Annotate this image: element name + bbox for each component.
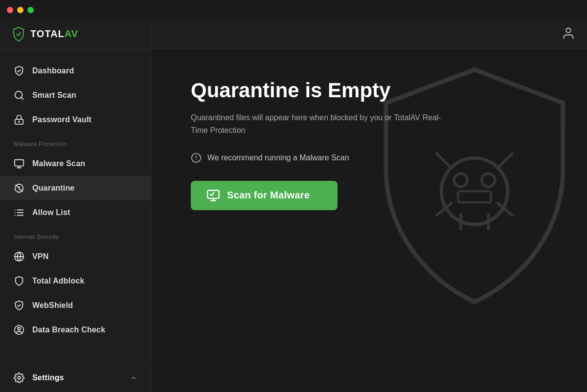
password-vault-label: Password Vault bbox=[32, 115, 91, 124]
main-row: TOTALAV Dashboard bbox=[0, 20, 587, 392]
close-button[interactable] bbox=[7, 7, 13, 13]
right-side: Quarantine is Empty Quarantined files wi… bbox=[152, 20, 587, 392]
settings-icon bbox=[14, 372, 24, 383]
scan-button-label: Scan for Malware bbox=[227, 190, 310, 201]
content-header bbox=[152, 20, 587, 49]
sidebar: TOTALAV Dashboard bbox=[0, 20, 152, 392]
allow-list-label: Allow List bbox=[32, 208, 70, 217]
window-controls bbox=[7, 7, 34, 13]
scan-button-icon bbox=[206, 189, 220, 202]
svg-point-19 bbox=[566, 28, 570, 32]
adblock-label: Total Adblock bbox=[32, 277, 85, 285]
minimize-button[interactable] bbox=[17, 7, 23, 13]
quarantine-label: Quarantine bbox=[32, 184, 74, 193]
data-breach-icon bbox=[14, 325, 24, 335]
sidebar-item-dashboard[interactable]: Dashboard bbox=[0, 59, 151, 83]
sidebar-item-quarantine[interactable]: Quarantine bbox=[0, 176, 151, 200]
sidebar-item-password-vault[interactable]: Password Vault bbox=[0, 108, 151, 132]
svg-point-3 bbox=[19, 121, 20, 122]
sidebar-item-vpn[interactable]: VPN bbox=[0, 244, 151, 269]
quarantine-title: Quarantine is Empty bbox=[191, 78, 548, 103]
smart-scan-icon bbox=[14, 90, 24, 101]
quarantine-icon bbox=[14, 183, 24, 194]
settings-item[interactable]: Settings bbox=[0, 364, 151, 392]
sidebar-item-data-breach[interactable]: Data Breach Check bbox=[0, 318, 151, 342]
maximize-button[interactable] bbox=[27, 7, 34, 13]
malware-scan-icon bbox=[14, 158, 24, 169]
sidebar-item-webshield[interactable]: WebShield bbox=[0, 293, 151, 318]
data-breach-label: Data Breach Check bbox=[32, 326, 105, 334]
svg-point-18 bbox=[18, 376, 21, 379]
malware-protection-section: Malware Protection bbox=[0, 132, 151, 152]
svg-rect-4 bbox=[15, 160, 23, 166]
recommend-text: We recommend running a Malware Scan bbox=[207, 153, 349, 162]
content-body: Quarantine is Empty Quarantined files wi… bbox=[152, 49, 587, 392]
sidebar-header: TOTALAV bbox=[0, 20, 151, 49]
logo: TOTALAV bbox=[12, 26, 78, 42]
vpn-icon bbox=[14, 251, 24, 262]
scan-for-malware-button[interactable]: Scan for Malware bbox=[191, 181, 338, 210]
info-icon bbox=[191, 152, 202, 163]
webshield-label: WebShield bbox=[32, 301, 73, 310]
sidebar-item-smart-scan[interactable]: Smart Scan bbox=[0, 83, 151, 108]
adblock-icon bbox=[14, 276, 24, 286]
svg-line-1 bbox=[21, 97, 23, 99]
title-bar bbox=[0, 0, 587, 20]
logo-text: TOTALAV bbox=[30, 28, 78, 40]
vpn-label: VPN bbox=[32, 252, 49, 261]
recommend-row: We recommend running a Malware Scan bbox=[191, 152, 548, 163]
settings-left: Settings bbox=[14, 372, 64, 383]
svg-rect-33 bbox=[207, 190, 219, 198]
sidebar-item-adblock[interactable]: Total Adblock bbox=[0, 269, 151, 293]
allow-list-icon bbox=[14, 207, 24, 218]
sidebar-item-allow-list[interactable]: Allow List bbox=[0, 200, 151, 225]
settings-label: Settings bbox=[32, 373, 64, 382]
logo-icon bbox=[12, 26, 25, 42]
smart-scan-label: Smart Scan bbox=[32, 91, 76, 100]
internet-security-section: Internet Security bbox=[0, 225, 151, 244]
sidebar-nav: Dashboard Smart Scan bbox=[0, 49, 151, 363]
sidebar-item-malware-scan[interactable]: Malware Scan bbox=[0, 152, 151, 176]
chevron-up-icon bbox=[130, 374, 137, 382]
webshield-icon bbox=[14, 300, 24, 311]
sidebar-footer: Settings bbox=[0, 363, 151, 392]
content-area: Quarantine is Empty Quarantined files wi… bbox=[152, 49, 587, 392]
password-vault-icon bbox=[14, 114, 24, 125]
app-window: TOTALAV Dashboard bbox=[0, 0, 587, 392]
user-icon[interactable] bbox=[562, 26, 575, 42]
dashboard-icon bbox=[14, 65, 24, 76]
quarantine-description: Quarantined files will appear here when … bbox=[191, 111, 445, 136]
malware-scan-label: Malware Scan bbox=[32, 159, 85, 168]
dashboard-label: Dashboard bbox=[32, 66, 74, 75]
